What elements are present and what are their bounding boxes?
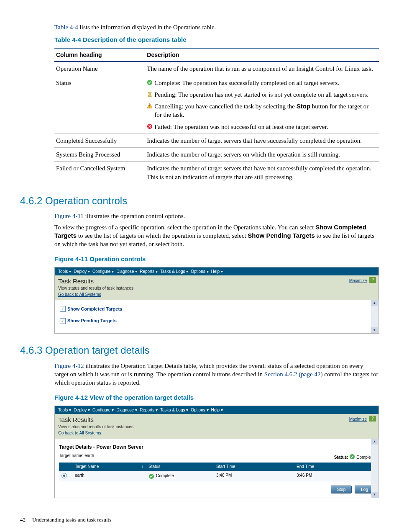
s463-p1: Figure 4-12 illustrates the Operation Ta… <box>54 362 379 387</box>
help-icon[interactable]: ? <box>369 277 376 283</box>
figure-4-12-caption: Figure 4-12 View of the operation target… <box>54 393 379 402</box>
maximize-link[interactable]: Maximize <box>349 278 367 284</box>
show-pending-targets-checkbox[interactable]: ✓ Show Pending Targets <box>60 318 373 324</box>
status-badge: Status: Complete <box>334 453 374 460</box>
menu-diagnose[interactable]: Diagnose ▾ <box>116 407 137 413</box>
row-radio[interactable] <box>61 473 67 478</box>
row-failed-cancelled-desc: Indicates the number of target servers t… <box>145 162 379 184</box>
menu-tasks-logs[interactable]: Tasks & Logs ▾ <box>160 269 188 275</box>
page-title: Task Results <box>58 416 375 424</box>
title-bar: Task Results View status and results of … <box>55 414 379 439</box>
checkbox-icon: ✓ <box>60 318 66 324</box>
col-heading-column: Column heading <box>54 48 145 62</box>
menu-help[interactable]: Help ▾ <box>211 407 223 413</box>
scroll-up-icon[interactable]: ▴ <box>371 439 378 445</box>
section-4-6-2-link[interactable]: Section 4.6.2 (page 42) <box>264 371 323 378</box>
table-4-4-link[interactable]: Table 4-4 <box>54 24 78 31</box>
cell-status: Complete <box>146 472 214 480</box>
go-back-link[interactable]: Go back to All Systems <box>58 292 101 297</box>
pending-icon <box>147 91 153 97</box>
menu-reports[interactable]: Reports ▾ <box>140 269 158 275</box>
menu-diagnose[interactable]: Diagnose ▾ <box>116 269 137 275</box>
row-operation-name: Operation Name <box>54 62 145 76</box>
figure-4-11: Tools ▾ Deploy ▾ Configure ▾ Diagnose ▾ … <box>54 267 379 334</box>
figure-4-12-link[interactable]: Figure 4-12 <box>54 362 84 369</box>
table-header: Target Name ↑ Status Start Time End Time <box>59 463 374 471</box>
menu-help[interactable]: Help ▾ <box>211 269 223 275</box>
table-row[interactable]: earth Complete 3:46 PM 3:46 PM <box>59 471 374 481</box>
row-completed-successfully-desc: Indicates the number of target servers t… <box>145 134 379 147</box>
checkbox-icon: ✓ <box>60 306 66 312</box>
figure-4-11-caption: Figure 4-11 Operation controls <box>54 255 379 263</box>
target-details-heading: Target Details - Power Down Server <box>59 441 374 450</box>
complete-icon <box>349 454 355 460</box>
col-target-name[interactable]: Target Name <box>72 463 136 471</box>
target-name-label: Target name: earth <box>59 453 94 460</box>
figure-4-12: Tools ▾ Deploy ▾ Configure ▾ Diagnose ▾ … <box>54 406 379 499</box>
row-failed-cancelled: Failed or Cancelled System <box>54 162 145 184</box>
row-status-desc: Complete: The operation has successfully… <box>145 76 379 134</box>
scroll-up-icon[interactable]: ▴ <box>371 300 378 306</box>
maximize-link[interactable]: Maximize <box>349 416 367 422</box>
menu-tools[interactable]: Tools ▾ <box>58 269 71 275</box>
operations-table: Column heading Description Operation Nam… <box>54 48 379 184</box>
col-start-time[interactable]: Start Time <box>214 463 294 471</box>
show-completed-targets-checkbox[interactable]: ✓ Show Completed Targets <box>60 306 373 312</box>
cell-target-name: earth <box>72 472 136 480</box>
row-systems-processed-desc: Indicates the number of target servers o… <box>145 148 379 162</box>
svg-rect-2 <box>149 107 150 108</box>
menu-tools[interactable]: Tools ▾ <box>58 407 71 413</box>
menu-deploy[interactable]: Deploy ▾ <box>74 407 90 413</box>
title-bar: Task Results View status and results of … <box>55 275 379 300</box>
row-status: Status <box>54 76 145 134</box>
s462-p2: To view the progress of a specific opera… <box>54 223 379 249</box>
menubar: Tools ▾ Deploy ▾ Configure ▾ Diagnose ▾ … <box>55 406 379 414</box>
menu-reports[interactable]: Reports ▾ <box>140 407 158 413</box>
complete-icon <box>147 80 153 85</box>
row-systems-processed: Systems Being Processed <box>54 148 145 162</box>
menu-tasks-logs[interactable]: Tasks & Logs ▾ <box>160 407 188 413</box>
sort-asc-icon[interactable]: ↑ <box>136 463 146 471</box>
menu-configure[interactable]: Configure ▾ <box>92 407 114 413</box>
cell-end-time: 3:46 PM <box>294 472 374 480</box>
menu-options[interactable]: Options ▾ <box>191 269 208 275</box>
page-title: Task Results <box>58 277 375 285</box>
failed-icon <box>147 123 153 129</box>
col-heading-description: Description <box>145 48 379 62</box>
col-status[interactable]: Status <box>146 463 214 471</box>
scroll-down-icon[interactable]: ▾ <box>371 492 378 498</box>
section-4-6-3-heading: 4.6.3 Operation target details <box>20 344 379 357</box>
complete-icon <box>148 473 154 479</box>
menu-deploy[interactable]: Deploy ▾ <box>74 269 90 275</box>
page-subtitle: View status and results of task instance… <box>58 285 375 291</box>
menubar: Tools ▾ Deploy ▾ Configure ▾ Diagnose ▾ … <box>55 267 379 276</box>
help-icon[interactable]: ? <box>369 416 376 421</box>
col-end-time[interactable]: End Time <box>294 463 374 471</box>
menu-options[interactable]: Options ▾ <box>191 407 208 413</box>
cell-start-time: 3:46 PM <box>214 472 294 480</box>
svg-rect-1 <box>149 105 150 107</box>
row-operation-name-desc: The name of the operation that is run as… <box>145 62 379 76</box>
s462-p1: Figure 4-11 illustrates the operation co… <box>54 212 379 220</box>
section-4-6-2-heading: 4.6.2 Operation controls <box>20 194 379 208</box>
page-subtitle: View status and results of task instance… <box>58 424 375 430</box>
figure-4-11-link[interactable]: Figure 4-11 <box>54 213 84 219</box>
table-4-4-caption: Table 4-4 Description of the operations … <box>54 36 379 44</box>
intro-paragraph: Table 4-4 lists the information displaye… <box>54 23 379 31</box>
row-completed-successfully: Completed Successfully <box>54 134 145 147</box>
cancelling-icon <box>147 103 153 109</box>
stop-button[interactable]: Stop <box>331 486 352 494</box>
scrollbar[interactable]: ▴ ▾ <box>371 439 378 498</box>
scrollbar[interactable]: ▴ ▾ <box>371 300 378 334</box>
menu-configure[interactable]: Configure ▾ <box>92 269 114 275</box>
go-back-link[interactable]: Go back to All Systems <box>58 431 101 435</box>
scroll-down-icon[interactable]: ▾ <box>371 327 378 333</box>
